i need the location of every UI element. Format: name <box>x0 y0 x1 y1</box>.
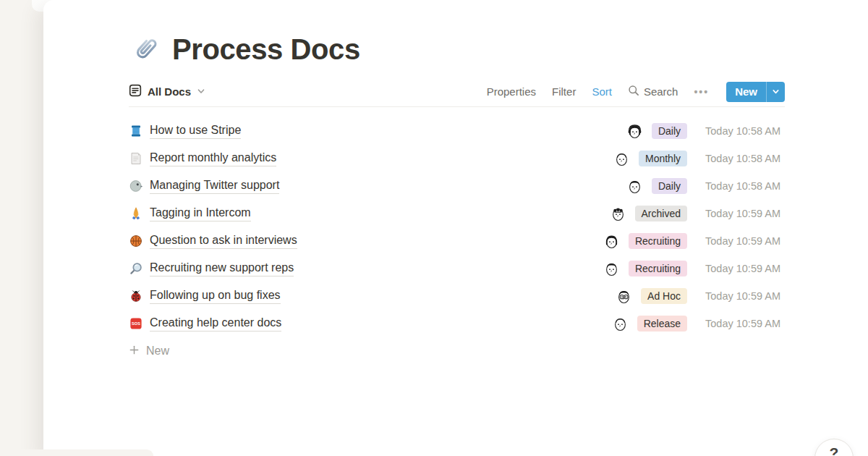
thread-spool-icon <box>129 124 143 138</box>
last-edited-time: Today 10:58 AM <box>705 153 785 164</box>
new-button-label: New <box>726 82 766 102</box>
doc-list: How to use Stripe Daily Today 10:58 AM R… <box>129 117 785 337</box>
folded-hands-icon <box>129 206 143 221</box>
avatar-man-glasses <box>615 287 633 305</box>
last-edited-time: Today 10:59 AM <box>705 235 785 247</box>
doc-title-link[interactable]: Creating help center docs <box>150 316 281 332</box>
last-edited-time: Today 10:59 AM <box>705 318 785 329</box>
last-edited-time: Today 10:58 AM <box>705 125 785 137</box>
view-bar: All Docs Properties Filter Sort <box>129 85 785 107</box>
doc-title-link[interactable]: Question to ask in interviews <box>150 234 297 249</box>
sos-icon: SOS <box>129 316 143 331</box>
doc-title-link[interactable]: Managing Twitter support <box>150 179 279 194</box>
tag-badge[interactable]: Ad Hoc <box>641 288 687 304</box>
plus-icon <box>129 345 140 358</box>
view-switcher[interactable]: All Docs <box>129 84 205 100</box>
magnifier-icon <box>129 261 143 276</box>
lady-beetle-icon <box>129 289 143 303</box>
doc-row[interactable]: Tagging in Intercom Archived Today 10:59… <box>129 200 785 227</box>
doc-row[interactable]: How to use Stripe Daily Today 10:58 AM <box>129 117 785 145</box>
tag-badge[interactable]: Archived <box>635 206 687 221</box>
last-edited-time: Today 10:58 AM <box>705 180 785 192</box>
doc-title-link[interactable]: How to use Stripe <box>150 124 241 139</box>
bird-icon <box>129 179 143 193</box>
search-icon <box>628 85 639 98</box>
filter-button[interactable]: Filter <box>552 85 576 98</box>
chevron-down-icon <box>197 85 205 98</box>
more-options-button[interactable]: ••• <box>694 86 709 98</box>
tag-badge[interactable]: Recruiting <box>629 233 687 249</box>
last-edited-time: Today 10:59 AM <box>705 290 785 302</box>
doc-row[interactable]: Report monthly analytics Monthly Today 1… <box>129 145 785 172</box>
list-view-icon <box>129 84 142 100</box>
search-label: Search <box>644 85 678 98</box>
tag-badge[interactable]: Recruiting <box>629 261 687 276</box>
last-edited-time: Today 10:59 AM <box>705 208 785 219</box>
tag-badge[interactable]: Daily <box>652 123 687 139</box>
new-button-dropdown[interactable] <box>766 82 785 102</box>
avatar-woman-bob <box>603 232 621 250</box>
page-title: Process Docs <box>172 33 360 66</box>
backdrop-corner <box>0 449 153 456</box>
doc-row[interactable]: SOS Creating help center docs Release To… <box>129 310 785 337</box>
avatar-man-spiky <box>603 260 621 278</box>
svg-text:SOS: SOS <box>132 321 140 326</box>
avatar-woman-headphones <box>626 122 644 140</box>
doc-title-link[interactable]: Report monthly analytics <box>150 151 276 166</box>
doc-row[interactable]: Recruiting new support reps Recruiting T… <box>129 255 785 282</box>
avatar-man-round <box>611 315 629 333</box>
toolbar: Properties Filter Sort Search ••• New <box>487 82 785 102</box>
view-name: All Docs <box>148 85 191 98</box>
doc-title-link[interactable]: Following up on bug fixes <box>150 289 281 304</box>
new-button[interactable]: New <box>726 82 785 102</box>
search-button[interactable]: Search <box>628 85 678 98</box>
doc-row[interactable]: Managing Twitter support Daily Today 10:… <box>129 172 785 200</box>
tag-badge[interactable]: Monthly <box>639 151 687 166</box>
basketball-icon <box>129 234 143 248</box>
sort-button[interactable]: Sort <box>592 85 612 98</box>
doc-title-link[interactable]: Recruiting new support reps <box>150 261 294 276</box>
tag-badge[interactable]: Release <box>637 316 687 332</box>
paperclip-icon <box>129 34 161 66</box>
notion-page-card: Process Docs All Docs <box>43 0 868 456</box>
add-new-row[interactable]: New <box>129 337 785 365</box>
tag-badge[interactable]: Daily <box>652 178 687 194</box>
avatar-man-dark-short <box>626 177 644 195</box>
last-edited-time: Today 10:59 AM <box>705 263 785 274</box>
doc-row[interactable]: Question to ask in interviews Recruiting… <box>129 227 785 255</box>
add-new-label: New <box>146 345 169 358</box>
avatar-man-sketch <box>613 150 631 168</box>
doc-row[interactable]: Following up on bug fixes Ad Hoc Today 1… <box>129 282 785 310</box>
page-header: Process Docs <box>129 0 785 66</box>
page-curl-icon <box>129 151 143 166</box>
avatar-man-curly <box>609 205 627 223</box>
properties-button[interactable]: Properties <box>487 85 536 98</box>
doc-title-link[interactable]: Tagging in Intercom <box>150 206 251 221</box>
